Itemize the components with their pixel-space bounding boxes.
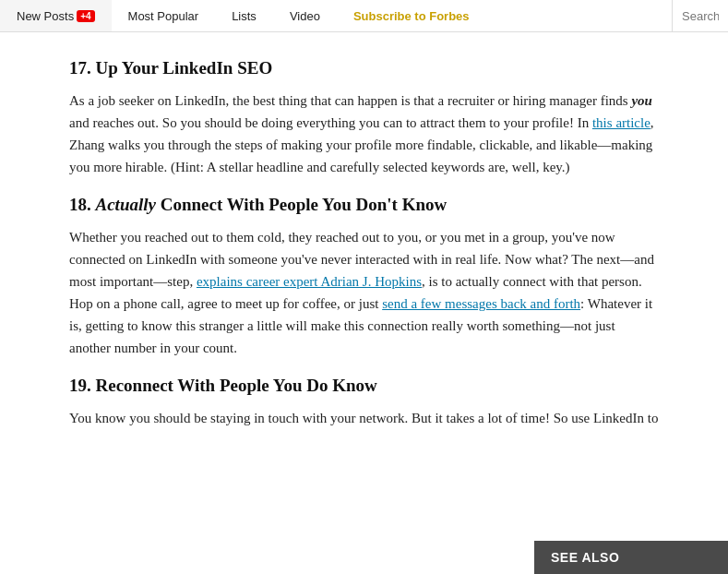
nav-item-new-posts[interactable]: New Posts +4 — [0, 0, 112, 31]
link-this-article[interactable]: this article — [592, 115, 650, 130]
section-17-heading: 17. Up Your LinkedIn SEO — [69, 58, 659, 78]
nav-label-most-popular: Most Popular — [128, 9, 199, 23]
section-17-paragraph-1: As a job seeker on LinkedIn, the best th… — [69, 90, 659, 178]
nav-item-lists[interactable]: Lists — [215, 0, 273, 31]
nav-label-lists: Lists — [232, 9, 257, 23]
section-19-paragraph-1: You know you should be staying in touch … — [69, 407, 659, 429]
nav-item-subscribe[interactable]: Subscribe to Forbes — [337, 0, 486, 31]
nav-item-video[interactable]: Video — [273, 0, 337, 31]
section-18-heading: 18. Actually Connect With People You Don… — [69, 195, 659, 215]
section-18-paragraph-1: Whether you reached out to them cold, th… — [69, 226, 659, 359]
nav-badge-new-posts: +4 — [77, 10, 94, 22]
link-adrian-hopkins[interactable]: explains career expert Adrian J. Hopkins — [197, 274, 422, 289]
italic-actually: Actually — [96, 195, 156, 214]
nav-item-most-popular[interactable]: Most Popular — [112, 0, 216, 31]
nav-label-video: Video — [290, 9, 320, 23]
search-container[interactable] — [672, 0, 728, 31]
main-content: 17. Up Your LinkedIn SEO As a job seeker… — [0, 32, 728, 460]
italic-you: you — [631, 93, 652, 108]
nav-label-subscribe: Subscribe to Forbes — [353, 9, 470, 23]
link-send-messages[interactable]: send a few messages back and forth — [382, 296, 580, 311]
search-input[interactable] — [673, 9, 728, 23]
navigation-bar: New Posts +4 Most Popular Lists Video Su… — [0, 0, 728, 32]
nav-label-new-posts: New Posts — [17, 9, 74, 23]
section-19-heading: 19. Reconnect With People You Do Know — [69, 376, 659, 396]
